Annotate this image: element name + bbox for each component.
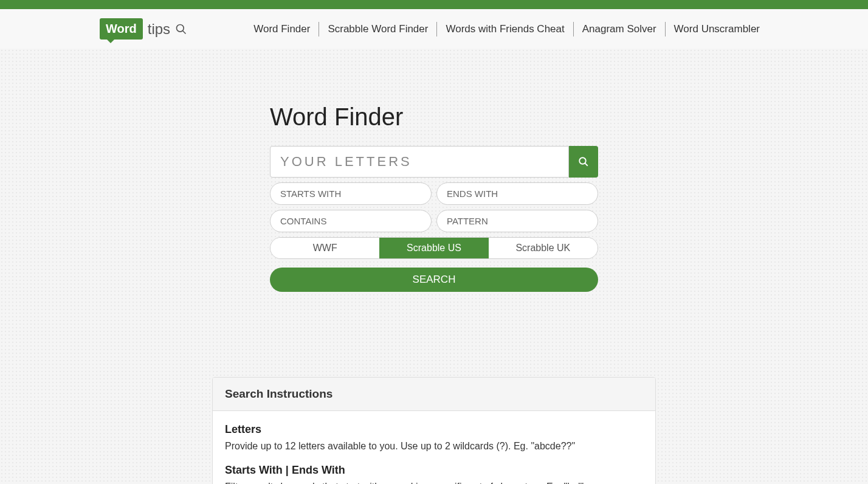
nav-word-unscrambler[interactable]: Word Unscrambler (666, 22, 768, 36)
svg-point-0 (177, 24, 184, 32)
instructions-header: Search Instructions (213, 378, 655, 411)
letters-input[interactable] (270, 146, 569, 178)
instructions-section-title: Starts With | Ends With (225, 464, 643, 477)
dict-option-scrabble-us[interactable]: Scrabble US (379, 238, 488, 258)
dictionary-selector: WWF Scrabble US Scrabble UK (270, 237, 598, 259)
svg-line-3 (585, 164, 588, 166)
magnifier-icon (175, 23, 187, 35)
search-icon-button[interactable] (569, 146, 598, 178)
logo-word-badge: Word (100, 18, 143, 40)
letters-row (270, 146, 598, 178)
instructions-section-title: Letters (225, 423, 643, 436)
nav-anagram-solver[interactable]: Anagram Solver (574, 22, 666, 36)
logo-tips-text: tips (148, 21, 170, 38)
dict-option-scrabble-uk[interactable]: Scrabble UK (489, 238, 598, 258)
instructions-card: Search Instructions Letters Provide up t… (212, 377, 656, 484)
contains-input[interactable] (270, 210, 432, 232)
svg-line-1 (183, 30, 186, 33)
header: Word tips Word Finder Scrabble Word Find… (100, 9, 768, 49)
search-button[interactable]: SEARCH (270, 268, 598, 292)
instructions-section-text: Filter results by words that start with,… (225, 480, 643, 484)
nav-words-with-friends-cheat[interactable]: Words with Friends Cheat (437, 22, 573, 36)
dict-option-wwf[interactable]: WWF (270, 238, 379, 258)
instructions-section-text: Provide up to 12 letters available to yo… (225, 440, 643, 453)
main-content: Word Finder WWF Scrabble US Scrabble UK … (270, 49, 598, 292)
nav-word-finder[interactable]: Word Finder (245, 22, 319, 36)
search-icon (578, 156, 589, 167)
page-title: Word Finder (270, 103, 598, 131)
filter-row-1 (270, 182, 598, 205)
filter-row-2 (270, 210, 598, 232)
top-accent-bar (0, 0, 868, 9)
instructions-body: Letters Provide up to 12 letters availab… (213, 411, 655, 484)
starts-with-input[interactable] (270, 182, 432, 205)
ends-with-input[interactable] (436, 182, 598, 205)
nav-scrabble-word-finder[interactable]: Scrabble Word Finder (319, 22, 437, 36)
main-nav: Word Finder Scrabble Word Finder Words w… (245, 22, 768, 36)
logo[interactable]: Word tips (100, 18, 187, 40)
svg-point-2 (579, 157, 586, 164)
pattern-input[interactable] (436, 210, 598, 232)
